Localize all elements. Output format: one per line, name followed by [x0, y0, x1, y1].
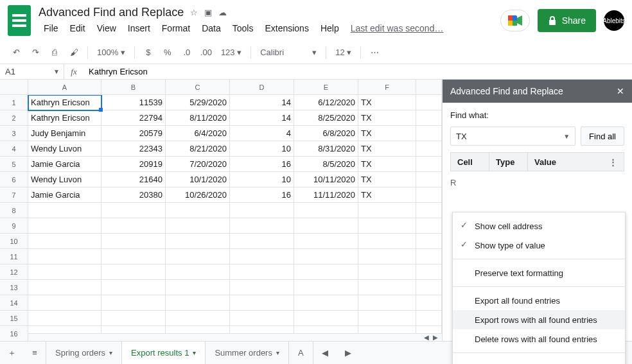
cell[interactable]: 22343 — [101, 141, 166, 157]
context-menu-item[interactable]: Show cell address — [453, 216, 625, 236]
cell[interactable] — [101, 234, 166, 249]
cell[interactable]: 14 — [230, 110, 294, 126]
document-title[interactable]: Advanced Find and Replace — [39, 6, 184, 19]
cell[interactable] — [230, 203, 294, 218]
row-header[interactable]: 7 — [0, 187, 28, 203]
cell[interactable] — [166, 234, 230, 249]
cell[interactable]: 8/11/2020 — [166, 110, 230, 126]
find-all-button[interactable]: Find all — [581, 126, 624, 146]
cell[interactable]: Wendy Luvon — [28, 141, 101, 157]
cell[interactable] — [294, 218, 358, 234]
row-header[interactable]: 12 — [0, 264, 28, 280]
context-menu-item[interactable]: Show type of value — [453, 236, 625, 255]
context-menu-item[interactable]: Export all found entries — [453, 291, 625, 310]
cell[interactable] — [416, 95, 442, 110]
cell[interactable]: 20919 — [101, 157, 166, 172]
last-edit-link[interactable]: Last edit was second… — [351, 23, 444, 33]
cell[interactable] — [358, 264, 416, 280]
row-header[interactable]: 11 — [0, 249, 28, 264]
row-header[interactable]: 5 — [0, 157, 28, 172]
chevron-down-icon[interactable]: ▾ — [276, 349, 279, 356]
cell[interactable]: 7/20/2020 — [166, 157, 230, 172]
cell[interactable] — [28, 295, 101, 311]
all-sheets-button[interactable]: ≡ — [23, 342, 46, 364]
cell[interactable]: Kathryn Ericson — [28, 95, 101, 110]
cell[interactable]: 4 — [230, 126, 294, 141]
find-what-input[interactable]: TX ▼ — [450, 126, 575, 146]
cell[interactable]: Jamie Garcia — [28, 157, 101, 172]
cell[interactable]: 11539 — [101, 95, 166, 110]
menu-edit[interactable]: Edit — [65, 21, 91, 36]
cell[interactable] — [166, 264, 230, 280]
tabs-scroll-left-button[interactable]: ◀ — [313, 342, 337, 364]
cell[interactable] — [294, 264, 358, 280]
cell[interactable] — [166, 311, 230, 326]
menu-view[interactable]: View — [92, 21, 121, 36]
cell[interactable]: 20579 — [101, 126, 166, 141]
move-icon[interactable]: ▣ — [204, 8, 212, 17]
menu-insert[interactable]: Insert — [123, 21, 155, 36]
cell[interactable] — [358, 295, 416, 311]
row-header[interactable]: 15 — [0, 311, 28, 326]
cell[interactable] — [28, 218, 101, 234]
results-col-cell[interactable]: Cell — [451, 153, 489, 171]
cell[interactable] — [101, 295, 166, 311]
cell[interactable] — [28, 234, 101, 249]
cell[interactable]: 10 — [230, 141, 294, 157]
cell[interactable] — [358, 280, 416, 295]
cell[interactable]: 10/1/2020 — [166, 172, 230, 187]
cell[interactable] — [358, 218, 416, 234]
cloud-status-icon[interactable]: ☁ — [218, 8, 227, 17]
cell[interactable]: 8/5/2020 — [294, 157, 358, 172]
cell[interactable] — [358, 249, 416, 264]
row-header[interactable]: 13 — [0, 280, 28, 295]
row-header[interactable]: 16 — [0, 326, 28, 341]
cell[interactable] — [166, 280, 230, 295]
horizontal-scrollbar[interactable]: ◀ ▶ — [28, 333, 442, 341]
cell[interactable] — [230, 234, 294, 249]
row-header[interactable]: 2 — [0, 110, 28, 126]
cell[interactable] — [166, 295, 230, 311]
cell[interactable] — [416, 218, 442, 234]
cell[interactable] — [166, 203, 230, 218]
row-header[interactable]: 14 — [0, 295, 28, 311]
column-header[interactable]: F — [358, 80, 416, 95]
sheet-tab[interactable]: Export results 1▾ — [121, 342, 206, 364]
cell[interactable] — [28, 203, 101, 218]
cell[interactable] — [416, 157, 442, 172]
cell[interactable] — [101, 218, 166, 234]
cell[interactable] — [416, 249, 442, 264]
row-header[interactable]: 10 — [0, 234, 28, 249]
row-header[interactable]: 4 — [0, 141, 28, 157]
cell[interactable] — [294, 203, 358, 218]
cell[interactable]: 11/11/2020 — [294, 187, 358, 203]
cell[interactable]: 21640 — [101, 172, 166, 187]
currency-button[interactable]: $ — [140, 44, 157, 61]
cell[interactable] — [416, 311, 442, 326]
menu-data[interactable]: Data — [197, 21, 226, 36]
cell[interactable]: TX — [358, 126, 416, 141]
undo-button[interactable]: ↶ — [8, 44, 24, 61]
context-menu-item[interactable]: Export the selected entries — [453, 357, 625, 364]
cell[interactable]: 6/4/2020 — [166, 126, 230, 141]
font-size-input[interactable]: 12 ▾ — [331, 44, 355, 61]
cell[interactable] — [416, 280, 442, 295]
cell[interactable]: 10 — [230, 172, 294, 187]
cell[interactable]: Judy Benjamin — [28, 126, 101, 141]
cell[interactable] — [28, 249, 101, 264]
column-header[interactable]: C — [166, 80, 230, 95]
formula-input[interactable] — [83, 65, 632, 79]
cell[interactable]: TX — [358, 157, 416, 172]
context-menu-item[interactable]: Export rows with all found entries — [453, 310, 625, 329]
cell[interactable] — [166, 218, 230, 234]
cell[interactable] — [101, 280, 166, 295]
share-button[interactable]: Share — [538, 9, 596, 32]
cell[interactable]: 8/25/2020 — [294, 110, 358, 126]
cell[interactable] — [416, 295, 442, 311]
cell[interactable] — [230, 249, 294, 264]
zoom-dropdown[interactable]: 100% ▾ — [93, 44, 129, 61]
cell[interactable]: TX — [358, 172, 416, 187]
menu-file[interactable]: File — [39, 21, 64, 36]
percent-button[interactable]: % — [159, 44, 176, 61]
cell[interactable] — [358, 311, 416, 326]
